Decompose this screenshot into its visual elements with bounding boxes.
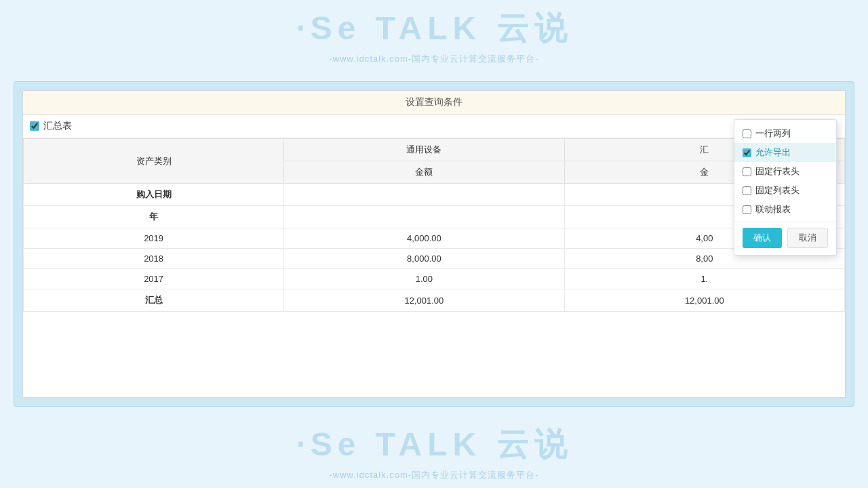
dropdown-item-fixed-row-header[interactable]: 固定行表头 [734,162,836,181]
watermark-bottom: ·Se TALK 云说 -www.idctalk.com-国内专业云计算交流服务… [0,423,868,488]
dialog-title: 设置查询条件 [23,91,845,115]
main-container: 设置查询条件 汇总表 [14,81,854,407]
row-amount1: 8,000.00 [284,249,564,269]
dropdown-label-one-row-two-col: 一行两列 [755,127,791,140]
dropdown-checkbox-fixed-row-header[interactable] [743,167,751,176]
table-title-section: 汇总表 [30,120,72,132]
table-title-label: 汇总表 [43,120,72,132]
row-amount2: 12,001.00 [564,289,844,312]
logo-talk-bottom: TALK 云说 [376,426,572,462]
table-row: 20188,000.008,00 [24,249,845,269]
purchase-date-label: 购入日期 [24,184,284,206]
row-year: 2019 [24,228,284,249]
dropdown-checkbox-linked-report[interactable] [743,205,751,214]
dropdown-checkbox-allow-export[interactable] [743,148,751,157]
table-header-row: 汇总表 [23,115,845,138]
row-amount1: 12,001.00 [284,289,564,312]
row-year: 2017 [24,269,284,289]
cancel-button[interactable]: 取消 [787,228,828,248]
row-amount1: 4,000.00 [284,228,564,249]
dropdown-item-linked-report[interactable]: 联动报表 [734,200,836,219]
subtitle-bottom: -www.idctalk.com-国内专业云计算交流服务平台- [329,469,538,481]
dropdown-label-fixed-row-header: 固定行表头 [755,165,800,178]
dropdown-checkbox-one-row-two-col[interactable] [743,129,751,138]
table-checkbox[interactable] [30,121,39,131]
subheader-amount1: 金额 [284,161,564,184]
dropdown-label-linked-report: 联动报表 [755,203,791,216]
logo-talk: TALK 云说 [376,10,572,46]
table-row: 汇总12,001.0012,001.00 [24,289,845,312]
table-row: 20171.001. [24,269,845,289]
dropdown-label-allow-export: 允许导出 [755,146,791,159]
col-header-general: 通用设备 [284,139,564,161]
row-amount1: 1.00 [284,269,564,289]
dropdown-checkbox-fixed-col-header[interactable] [743,186,751,195]
dropdown-item-one-row-two-col[interactable]: 一行两列 [734,124,836,143]
inner-panel: 设置查询条件 汇总表 [22,90,846,398]
table-row: 20194,000.004,00 [24,228,845,249]
subtitle-top: -www.idctalk.com-国内专业云计算交流服务平台- [329,53,538,65]
year-label: 年 [24,206,284,228]
dropdown-label-fixed-col-header: 固定列表头 [755,184,800,197]
row-year: 2018 [24,249,284,269]
row-amount2: 1. [564,269,844,289]
logo-bottom: ·Se TALK 云说 [296,423,572,466]
confirm-button[interactable]: 确认 [743,228,782,248]
dropdown-item-allow-export[interactable]: 允许导出 [734,143,836,162]
data-table: 资产类别 通用设备 汇 金额 金 购入日期 [23,138,845,312]
row-year: 汇总 [24,289,284,312]
dropdown-item-fixed-col-header[interactable]: 固定列表头 [734,181,836,200]
col-header-asset: 资产类别 [24,139,284,184]
watermark-top: ·Se TALK 云说 -www.idctalk.com-国内专业云计算交流服务… [0,0,868,65]
purchase-date-amount-label [284,184,564,206]
dropdown-menu: 一行两列允许导出固定行表头固定列表头联动报表 确认 取消 [734,119,837,256]
logo-top: ·Se TALK 云说 [296,7,572,50]
dropdown-footer: 确认 取消 [734,222,836,251]
